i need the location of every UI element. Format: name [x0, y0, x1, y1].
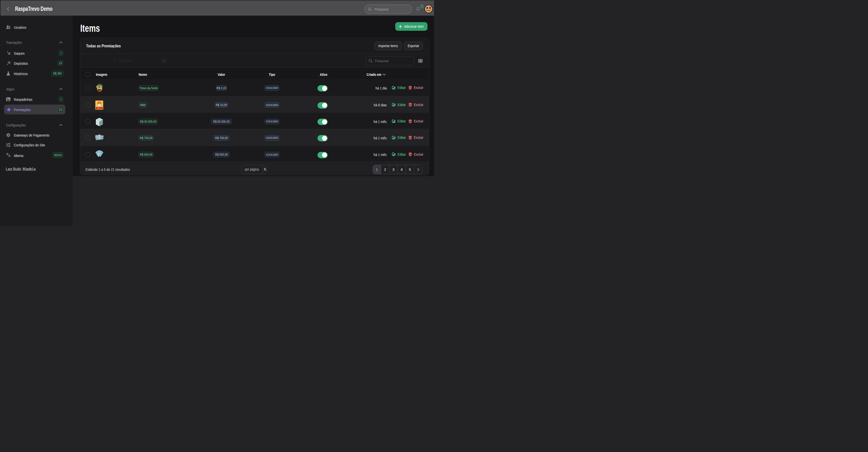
svg-text:WiLD: WiLD — [97, 107, 102, 109]
svg-text:100: 100 — [101, 137, 103, 138]
